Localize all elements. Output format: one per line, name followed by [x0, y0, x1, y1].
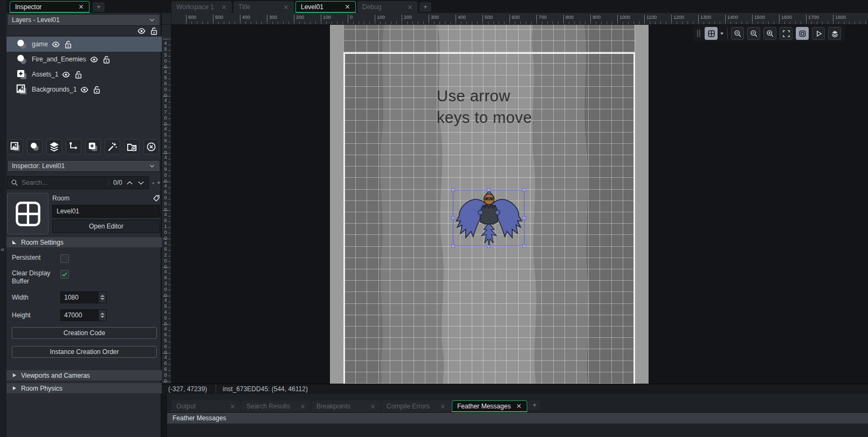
room-name-input[interactable] — [52, 205, 160, 218]
tag-icon[interactable] — [153, 195, 160, 202]
instances-layer-icon — [16, 54, 27, 65]
viewports-cameras-section-header[interactable]: Viewports and Cameras — [6, 370, 162, 380]
ruler-tick-label: 1200 — [671, 15, 684, 25]
ruler-tick-label: 1300 — [698, 15, 711, 25]
tab-title[interactable]: Title — [233, 1, 294, 13]
next-match-icon[interactable] — [137, 179, 145, 187]
tab-level01[interactable]: Level01 — [295, 1, 356, 13]
instance-creation-order-button[interactable]: Instance Creation Order — [12, 346, 157, 358]
width-input[interactable] — [60, 292, 99, 303]
visibility-eye-icon[interactable] — [61, 70, 71, 79]
tab-workspace-1[interactable]: Workspace 1 — [171, 1, 232, 13]
ruler-tick-label: 1500 — [752, 15, 765, 25]
room-border-toggle-button[interactable] — [796, 27, 809, 40]
add-path-layer-button[interactable] — [66, 139, 81, 155]
tab-inspector[interactable]: Inspector — [10, 1, 89, 13]
lock-icon[interactable] — [92, 85, 101, 94]
close-icon[interactable] — [345, 4, 350, 10]
add-asset-layer-button[interactable] — [85, 139, 101, 155]
visibility-eye-icon[interactable] — [51, 40, 60, 49]
play-button[interactable] — [812, 27, 825, 40]
caret-down-icon[interactable] — [720, 31, 724, 36]
tab-feather-messages[interactable]: Feather Messages — [452, 400, 527, 412]
ruler-tick-label: 500 — [213, 15, 223, 25]
search-menu-icon[interactable] — [157, 178, 160, 187]
layers-dropdown[interactable]: Layers - Level01 — [7, 14, 160, 26]
tab-label: Debug — [362, 3, 381, 11]
height-stepper[interactable] — [99, 309, 107, 321]
toolbar-drag-handle[interactable] — [697, 30, 700, 37]
lock-icon[interactable] — [74, 70, 83, 79]
ruler-tick-label: 200 — [294, 15, 304, 25]
tab-debug[interactable]: Debug — [357, 1, 418, 13]
room-thumbnail — [7, 193, 49, 234]
creation-code-button[interactable]: Creation Code — [12, 327, 157, 339]
layer-row-game[interactable]: game — [6, 37, 162, 52]
ruler-tick-label: 45800 — [163, 124, 170, 156]
close-icon[interactable] — [283, 4, 289, 10]
fit-view-button[interactable] — [780, 27, 793, 40]
close-icon[interactable] — [221, 4, 227, 10]
search-lock-icon[interactable] — [152, 178, 155, 188]
ruler-tick-label: 400 — [456, 15, 466, 25]
workspace-area: Workspace 1TitleLevel01Debug+ 6005004003… — [162, 0, 868, 437]
lock-icon[interactable] — [149, 26, 159, 36]
persistent-checkbox[interactable] — [60, 254, 69, 263]
tab-output[interactable]: Output — [171, 400, 240, 412]
add-effect-layer-button[interactable] — [105, 139, 120, 155]
search-box[interactable]: 0/0 — [7, 176, 149, 189]
previous-match-icon[interactable] — [126, 179, 134, 187]
room-editor-canvas[interactable]: Use arrow keys to move — [171, 25, 868, 384]
close-icon[interactable] — [440, 404, 446, 410]
tab-breakpoints[interactable]: Breakpoints — [312, 400, 381, 412]
lock-icon[interactable] — [102, 55, 111, 64]
add-workspace-tab-button[interactable]: + — [419, 2, 431, 12]
zoom-reset-button[interactable] — [747, 27, 760, 40]
add-tab-button[interactable]: + — [93, 2, 105, 12]
ruler-tick-label: 300 — [267, 15, 277, 25]
close-icon[interactable] — [300, 404, 306, 410]
visibility-eye-icon[interactable] — [80, 85, 89, 94]
inspector-search-row: 0/0 — [7, 176, 160, 189]
close-icon[interactable] — [370, 404, 376, 410]
inspector-panel: Inspector + Layers - Level01 gameFire_an… — [0, 0, 162, 437]
search-input[interactable] — [22, 179, 105, 186]
height-input[interactable] — [60, 309, 99, 321]
close-icon[interactable] — [407, 4, 413, 10]
visibility-eye-icon[interactable] — [137, 26, 146, 36]
disable-layer-button[interactable] — [143, 139, 159, 155]
room-physics-section-header[interactable]: Room Physics — [6, 383, 162, 393]
lock-icon[interactable] — [64, 40, 73, 49]
layer-row-assets-1[interactable]: Assets_1 — [6, 67, 162, 82]
instance-selection-box[interactable] — [453, 190, 525, 246]
grid-toggle-button[interactable] — [705, 27, 718, 40]
section-collapsed-icon — [12, 386, 17, 391]
layer-row-backgrounds-1[interactable]: Backgrounds_1 — [6, 82, 162, 97]
tab-search-results[interactable]: Search Results — [242, 400, 311, 412]
close-icon[interactable] — [230, 404, 236, 410]
add-output-tab-button[interactable]: + — [528, 400, 540, 410]
bird-instance-sprite[interactable] — [454, 191, 524, 246]
inspector-target-dropdown[interactable]: Inspector: Level01 — [7, 160, 160, 172]
visibility-eye-icon[interactable] — [89, 55, 99, 64]
add-tile-layer-button[interactable] — [46, 139, 62, 155]
zoom-in-button[interactable] — [763, 27, 776, 40]
background-layer-icon — [16, 84, 27, 95]
add-instance-layer-button[interactable] — [27, 139, 43, 155]
clear-display-buffer-checkbox[interactable] — [60, 270, 69, 279]
layer-row-fire-and-enemies[interactable]: Fire_and_Enemies — [6, 52, 162, 67]
add-layer-folder-button[interactable] — [124, 139, 140, 155]
close-icon[interactable] — [516, 403, 522, 409]
collapse-panel-icon[interactable]: « — [1, 245, 4, 253]
tab-compile-errors[interactable]: Compile Errors — [382, 400, 451, 412]
room-settings-section-header[interactable]: Room Settings — [6, 237, 162, 247]
add-background-layer-button[interactable] — [8, 139, 23, 155]
close-icon[interactable] — [78, 4, 84, 10]
ruler-tick-label: 1700 — [806, 15, 819, 25]
open-editor-button[interactable]: Open Editor — [52, 220, 160, 233]
asset-icon — [88, 142, 98, 152]
layers-visibility-button[interactable] — [828, 27, 841, 40]
tab-label: Search Results — [246, 403, 290, 410]
width-stepper[interactable] — [99, 292, 107, 303]
zoom-out-button[interactable] — [731, 27, 744, 40]
